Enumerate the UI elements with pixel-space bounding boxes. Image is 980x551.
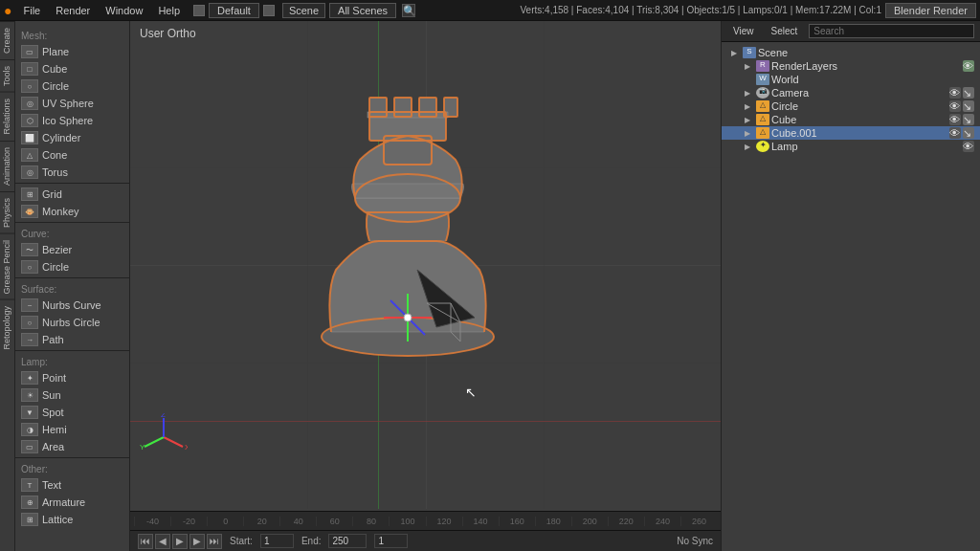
outliner-select-btn[interactable]: Select (766, 25, 804, 37)
tab-physics[interactable]: Physics (0, 191, 14, 233)
cube-vis-2[interactable]: ↘ (963, 114, 974, 125)
cube-icon: □ (21, 62, 38, 76)
timeline-ruler: -40 -20 0 20 40 60 80 100 120 140 160 18… (130, 511, 721, 530)
tree-item-scene[interactable]: ▶ S Scene (722, 46, 980, 59)
play-btn[interactable]: ▶ (172, 534, 188, 549)
top-bar: ● File Render Window Help Default Scene … (0, 0, 980, 21)
blender-logo: ● (4, 3, 11, 18)
tool-curve-circle[interactable]: ○ Circle (15, 258, 129, 276)
tool-lattice[interactable]: ⊞ Lattice (15, 511, 129, 528)
lamp-vis-1[interactable]: 👁 (963, 141, 974, 152)
tool-monkey[interactable]: 🐵 Monkey (15, 203, 129, 220)
camera-expand-icon: ▶ (741, 87, 754, 99)
left-tab-strip: Create Tools Relations Animation Physics… (0, 21, 15, 551)
circle-vis-1[interactable]: 👁 (949, 100, 961, 112)
screen-layout-icon[interactable] (193, 5, 205, 16)
camera-vis-2[interactable]: ↘ (963, 87, 974, 99)
tab-animation[interactable]: Animation (0, 141, 14, 191)
ruler-bar[interactable]: -40 -20 0 20 40 60 80 100 120 140 160 18… (130, 512, 721, 530)
tool-bezier[interactable]: 〜 Bezier (15, 241, 129, 258)
area-label: Area (42, 441, 64, 452)
tool-plane[interactable]: ▭ Plane (15, 43, 129, 60)
menu-window[interactable]: Window (100, 3, 148, 18)
tree-item-circle[interactable]: ▶ △ Circle 👁 ↘ (722, 99, 980, 113)
tree-item-cube[interactable]: ▶ △ Cube 👁 ↘ (722, 113, 980, 126)
tree-item-lamp[interactable]: ▶ ✦ Lamp 👁 (722, 140, 980, 153)
tool-sun[interactable]: ☀ Sun (15, 386, 129, 404)
tool-nurbs-circle[interactable]: ○ Nurbs Circle (15, 314, 129, 331)
prev-frame-btn[interactable]: ◀ (155, 534, 170, 549)
ruler-marks: -40 -20 0 20 40 60 80 100 120 140 160 18… (130, 512, 721, 530)
menu-help[interactable]: Help (152, 3, 186, 18)
tool-area[interactable]: ▭ Area (15, 438, 129, 455)
all-scenes[interactable]: All Scenes (329, 3, 396, 18)
tool-torus[interactable]: ◎ Torus (15, 164, 129, 181)
tab-create[interactable]: Create (0, 21, 14, 59)
nurbs-circle-icon: ○ (21, 316, 38, 329)
tool-hemi[interactable]: ◑ Hemi (15, 421, 129, 438)
other-section-label: Other: (15, 462, 129, 476)
prev-keyframe-btn[interactable]: ⏮ (138, 534, 153, 549)
tool-spot[interactable]: ▼ Spot (15, 404, 129, 421)
camera-label: Camera (771, 87, 947, 99)
render-engine[interactable]: Blender Render (885, 3, 976, 18)
tool-uvsphere[interactable]: ◎ UV Sphere (15, 95, 129, 112)
menu-file[interactable]: File (17, 3, 46, 18)
tree-item-cube001[interactable]: ▶ △ Cube.001 👁 ↘ (722, 126, 980, 140)
tool-text[interactable]: T Text (15, 476, 129, 494)
point-label: Point (42, 372, 66, 384)
uvsphere-icon: ◎ (21, 97, 38, 110)
cube001-type-icon: △ (756, 127, 769, 139)
tool-cylinder[interactable]: ⬜ Cylinder (15, 129, 129, 146)
cube001-tree-label: Cube.001 (771, 127, 947, 139)
grid-red-axis (130, 421, 721, 422)
tree-item-renderlayers[interactable]: ▶ R RenderLayers 👁 (722, 59, 980, 73)
tool-grid[interactable]: ⊞ Grid (15, 186, 129, 203)
next-keyframe-btn[interactable]: ⏭ (207, 534, 222, 549)
tool-cube[interactable]: □ Cube (15, 60, 129, 77)
cube-vis-1[interactable]: 👁 (949, 114, 961, 125)
current-frame-input[interactable] (374, 534, 408, 548)
menu-render[interactable]: Render (50, 3, 96, 18)
tree-item-world[interactable]: W World (722, 73, 980, 86)
vis-render-icon[interactable]: 👁 (963, 60, 974, 72)
outliner-view-btn[interactable]: View (727, 25, 760, 37)
camera-vis-1[interactable]: 👁 (949, 87, 961, 99)
path-label: Path (42, 334, 64, 345)
circle-vis-2[interactable]: ↘ (963, 100, 974, 112)
tool-path[interactable]: → Path (15, 331, 129, 348)
tool-icosphere[interactable]: ⬡ Ico Sphere (15, 112, 129, 129)
tree-item-camera[interactable]: ▶ 📷 Camera 👁 ↘ (722, 86, 980, 99)
tab-relations[interactable]: Relations (0, 92, 14, 141)
3d-viewport[interactable]: User Ortho (130, 21, 722, 551)
spot-lamp-icon: ▼ (21, 406, 38, 419)
scene-icon[interactable] (263, 5, 275, 16)
scene-name[interactable]: Scene (282, 3, 325, 18)
layout-name[interactable]: Default (209, 3, 259, 18)
start-frame-input[interactable] (260, 534, 294, 548)
tab-grease-pencil[interactable]: Grease Pencil (0, 233, 14, 300)
ruler-mark: 100 (389, 517, 425, 526)
tab-retopology[interactable]: Retopology (0, 299, 14, 356)
tool-cone[interactable]: △ Cone (15, 146, 129, 164)
tool-armature[interactable]: ⊕ Armature (15, 494, 129, 511)
tool-circle[interactable]: ○ Circle (15, 77, 129, 95)
cube001-vis-1[interactable]: 👁 (949, 127, 961, 139)
end-frame-input[interactable] (328, 534, 367, 548)
hemi-label: Hemi (42, 424, 67, 435)
cube001-vis-2[interactable]: ↘ (963, 127, 974, 139)
ruler-mark: 240 (644, 517, 680, 526)
cube-vis: 👁 ↘ (949, 114, 974, 125)
nurbs-curve-icon: ~ (21, 298, 38, 312)
cube-label: Cube (42, 63, 67, 75)
tab-tools[interactable]: Tools (0, 59, 14, 92)
tool-nurbs-curve[interactable]: ~ Nurbs Curve (15, 297, 129, 314)
torus-label: Torus (42, 166, 68, 178)
svg-point-21 (404, 314, 412, 321)
tool-point[interactable]: ✦ Point (15, 369, 129, 386)
next-frame-btn[interactable]: ▶ (189, 534, 205, 549)
torus-icon: ◎ (21, 165, 38, 179)
outliner-search-input[interactable] (809, 24, 974, 38)
renderlayers-type-icon: R (756, 60, 769, 72)
search-scenes-icon[interactable]: 🔍 (402, 4, 415, 17)
